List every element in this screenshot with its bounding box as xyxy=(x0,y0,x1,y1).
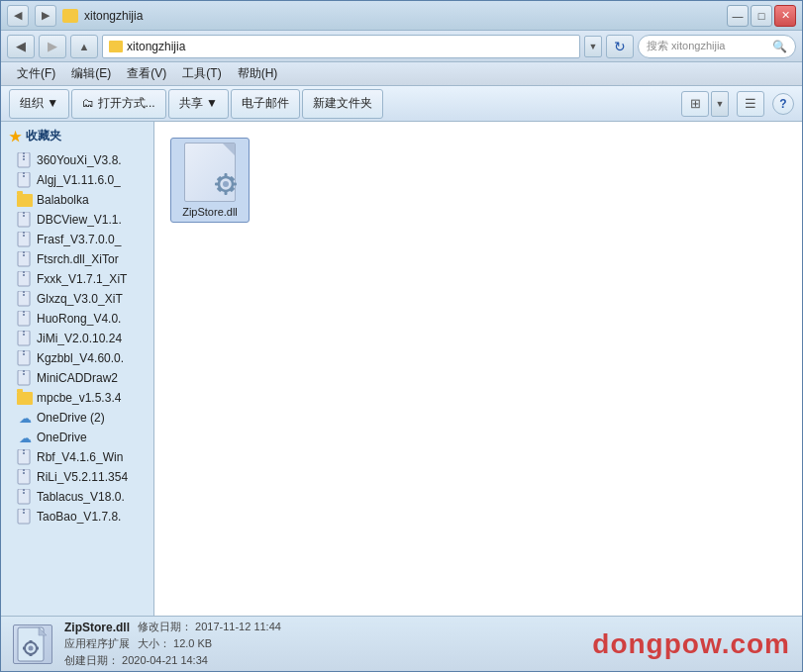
address-forward-button[interactable]: ▶ xyxy=(39,35,66,58)
folder-icon-12 xyxy=(17,391,33,405)
svg-rect-6 xyxy=(23,175,25,177)
details-view-button[interactable]: ☰ xyxy=(737,91,764,117)
sidebar-item-2[interactable]: Balabolka xyxy=(1,190,153,210)
sidebar-scroll[interactable]: ★ 收藏夹 360YouXi_V3.8. Algj_V1.11.6.0_ xyxy=(1,122,153,616)
view-dropdown-button[interactable]: ▼ xyxy=(711,91,729,117)
zip-icon-8 xyxy=(17,312,33,326)
svg-point-47 xyxy=(223,181,229,187)
zip-icon-3 xyxy=(17,213,33,227)
svg-rect-23 xyxy=(23,311,25,313)
share-button[interactable]: 共享 ▼ xyxy=(168,89,229,119)
sidebar-item-9[interactable]: JiMi_V2.0.10.24 xyxy=(1,329,153,348)
menu-view[interactable]: 查看(V) xyxy=(119,63,174,84)
address-text[interactable]: xitongzhijia xyxy=(127,40,573,53)
address-back-button[interactable]: ◀ xyxy=(7,35,35,58)
sidebar-label-8: HuoRong_V4.0. xyxy=(37,312,121,326)
svg-rect-32 xyxy=(23,370,25,372)
menu-help[interactable]: 帮助(H) xyxy=(230,63,286,84)
sidebar-favorites-header[interactable]: ★ 收藏夹 xyxy=(1,122,153,150)
menu-file[interactable]: 文件(F) xyxy=(9,63,63,84)
address-input-wrap: xitongzhijia xyxy=(102,35,580,58)
address-bar: ◀ ▶ ▲ xitongzhijia ▼ ↻ 搜索 xitongzhijia 🔍 xyxy=(1,31,802,62)
svg-rect-48 xyxy=(225,173,228,178)
svg-point-59 xyxy=(29,645,34,650)
svg-rect-40 xyxy=(18,489,30,504)
status-info: ZipStore.dll 修改日期： 2017-11-12 11:44 应用程序… xyxy=(64,620,580,668)
svg-rect-5 xyxy=(23,172,25,174)
svg-rect-51 xyxy=(232,183,237,186)
sidebar-item-11[interactable]: MiniCADDraw2 xyxy=(1,368,153,388)
address-dropdown-button[interactable]: ▼ xyxy=(584,36,602,57)
menu-edit[interactable]: 编辑(E) xyxy=(63,63,119,84)
svg-rect-1 xyxy=(23,152,25,154)
organize-button[interactable]: 组织 ▼ xyxy=(9,89,69,119)
window-controls: — □ ✕ xyxy=(727,5,796,27)
sidebar-item-18[interactable]: TaoBao_V1.7.8. xyxy=(1,507,153,527)
svg-rect-18 xyxy=(23,274,25,276)
sidebar-item-16[interactable]: RiLi_V5.2.11.354 xyxy=(1,467,153,487)
refresh-button[interactable]: ↻ xyxy=(606,35,634,58)
sidebar-label-13: OneDrive (2) xyxy=(37,411,105,425)
sidebar-label-4: Frasf_V3.7.0.0_ xyxy=(37,233,121,246)
svg-rect-43 xyxy=(18,509,30,524)
minimize-button[interactable]: — xyxy=(727,5,749,27)
sidebar-item-13[interactable]: ☁ OneDrive (2) xyxy=(1,408,153,428)
svg-rect-33 xyxy=(23,373,25,375)
address-up-button[interactable]: ▲ xyxy=(70,35,98,58)
sidebar-item-14[interactable]: ☁ OneDrive xyxy=(1,428,153,447)
sidebar-item-7[interactable]: Glxzq_V3.0_XiT xyxy=(1,289,153,309)
open-with-button[interactable]: 🗂 打开方式... xyxy=(71,89,165,119)
sidebar-label-16: RiLi_V5.2.11.354 xyxy=(37,470,128,484)
email-button[interactable]: 电子邮件 xyxy=(231,89,300,119)
search-icon[interactable]: 🔍 xyxy=(772,40,787,53)
watermark: dongpow.com xyxy=(592,628,790,660)
cloud-icon-13: ☁ xyxy=(17,411,33,425)
back-button[interactable]: ◀ xyxy=(7,5,29,27)
svg-rect-44 xyxy=(23,509,25,511)
maximize-button[interactable]: □ xyxy=(751,5,772,27)
sidebar-item-1[interactable]: Algj_V1.11.6.0_ xyxy=(1,170,153,190)
status-type: 应用程序扩展 xyxy=(64,636,130,651)
svg-rect-15 xyxy=(23,254,25,256)
help-button[interactable]: ? xyxy=(772,93,794,115)
sidebar-item-6[interactable]: Fxxk_V1.7.1_XiT xyxy=(1,269,153,289)
toolbar: 组织 ▼ 🗂 打开方式... 共享 ▼ 电子邮件 新建文件夹 ⊞ ▼ ☰ ? xyxy=(1,86,802,122)
sidebar-item-5[interactable]: Ftsrch.dll_XiTor xyxy=(1,249,153,269)
sidebar-item-10[interactable]: Kgzbbl_V4.60.0. xyxy=(1,348,153,368)
zip-icon-9 xyxy=(17,332,33,345)
sidebar-label-0: 360YouXi_V3.8. xyxy=(37,153,122,167)
svg-rect-41 xyxy=(23,489,25,491)
view-button[interactable]: ⊞ xyxy=(681,91,709,117)
sidebar-item-8[interactable]: HuoRong_V4.0. xyxy=(1,309,153,329)
menu-tools[interactable]: 工具(T) xyxy=(174,63,229,84)
new-folder-button[interactable]: 新建文件夹 xyxy=(302,89,383,119)
sidebar-item-17[interactable]: Tablacus_V18.0. xyxy=(1,487,153,507)
sidebar-item-3[interactable]: DBCView_V1.1. xyxy=(1,210,153,230)
forward-button[interactable]: ▶ xyxy=(35,5,56,27)
svg-rect-20 xyxy=(23,291,25,293)
status-file-icon xyxy=(13,624,52,664)
sidebar-item-15[interactable]: Rbf_V4.1.6_Win xyxy=(1,447,153,467)
zip-icon-6 xyxy=(17,272,33,286)
svg-rect-52 xyxy=(217,176,223,182)
zip-icon-7 xyxy=(17,292,33,306)
svg-rect-60 xyxy=(30,640,33,643)
svg-rect-17 xyxy=(23,271,25,273)
svg-rect-22 xyxy=(18,311,30,326)
window-title: xitongzhijia xyxy=(84,9,143,23)
sidebar-label-3: DBCView_V1.1. xyxy=(37,213,122,227)
status-filename: ZipStore.dll xyxy=(64,621,130,634)
svg-rect-2 xyxy=(23,155,25,157)
sidebar-label-6: Fxxk_V1.7.1_XiT xyxy=(37,272,127,286)
zip-icon-11 xyxy=(17,371,33,385)
sidebar-label-1: Algj_V1.11.6.0_ xyxy=(37,173,121,187)
svg-rect-13 xyxy=(18,251,30,266)
file-item-zipstore[interactable]: ZipStore.dll xyxy=(170,138,250,223)
svg-rect-11 xyxy=(23,232,25,234)
svg-rect-63 xyxy=(36,646,39,649)
sidebar-item-12[interactable]: mpcbe_v1.5.3.4 xyxy=(1,388,153,408)
file-area: ZipStore.dll xyxy=(154,122,802,616)
sidebar-item-4[interactable]: Frasf_V3.7.0.0_ xyxy=(1,230,153,249)
close-button[interactable]: ✕ xyxy=(774,5,796,27)
sidebar-item-0[interactable]: 360YouXi_V3.8. xyxy=(1,150,153,170)
